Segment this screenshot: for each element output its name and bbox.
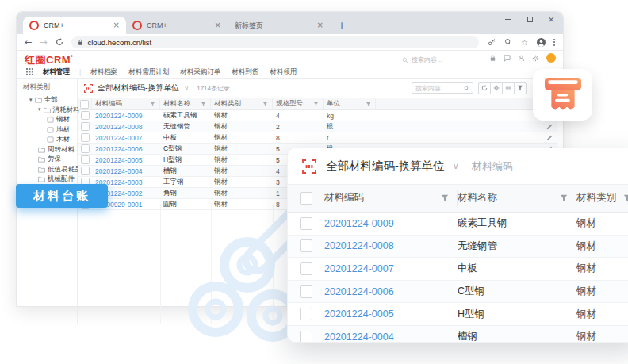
material-code-link[interactable]: 20201224-0009 [95,112,143,120]
lock-icon[interactable] [489,55,496,62]
close-button[interactable]: × [547,15,555,23]
app-nav-item[interactable]: 材料档案 [90,67,117,77]
column-header[interactable]: 材料名称 [458,190,576,206]
filter-funnel-icon[interactable] [201,102,206,107]
material-code-link[interactable]: 20201224-0005 [95,156,143,164]
edit-icon[interactable] [546,135,553,141]
table-row[interactable]: 20201224-0008无缝钢管钢材 [288,236,628,259]
filter-funnel-icon[interactable] [441,194,449,202]
filter-funnel-icon[interactable] [313,102,319,107]
material-code-link[interactable]: 20201224-0006 [324,286,394,297]
chat-icon[interactable] [504,55,511,62]
table-row[interactable]: 20201224-0007中板钢材8t [78,132,557,144]
edit-icon[interactable] [546,124,553,130]
tree-item[interactable]: ▾消耗材料 [17,105,77,116]
filter-funnel-icon[interactable] [366,102,371,107]
minimize-button[interactable] [504,15,512,23]
tree-item[interactable]: 劳保 [17,155,77,165]
maximize-button[interactable] [526,15,534,23]
tree-item[interactable]: 地材 [17,125,77,136]
column-header[interactable]: 单位 [324,98,376,109]
tree-item[interactable]: ▾全部 [17,95,77,105]
material-code-link[interactable]: 20201224-0004 [324,331,394,343]
material-code-link[interactable]: 20201224-0005 [324,308,394,320]
app-nav-item[interactable]: 材料采购订单 [180,67,220,77]
app-nav-item[interactable]: 材料需用计划 [128,67,169,77]
new-tab-button[interactable]: + [338,21,346,30]
browser-tab-2[interactable]: CRM+ × [126,17,228,34]
browser-menu-icon[interactable] [553,39,555,46]
tab-close-icon[interactable]: × [215,21,221,29]
table-row[interactable]: 20201224-0009碳素工具钢钢材 [288,213,628,236]
material-code-link[interactable]: 20201224-0006 [95,145,143,153]
row-checkbox[interactable] [81,155,90,164]
column-header[interactable]: 材料编码 [324,190,458,206]
gear-icon[interactable] [532,55,539,62]
app-search[interactable]: 搜索内容... [402,56,442,64]
reload-icon[interactable] [55,38,63,47]
tree-item[interactable]: 周转材料 [17,145,77,155]
row-checkbox[interactable] [300,192,312,205]
row-checkbox[interactable] [300,239,312,252]
column-header[interactable]: 规格型号 [273,98,324,109]
tree-item[interactable]: 木材 [17,135,77,145]
row-checkbox[interactable] [300,285,312,298]
key-icon[interactable] [487,38,496,47]
browser-tab-active[interactable]: CRM+ × [23,17,126,34]
row-checkbox[interactable] [300,308,312,320]
chevron-down-icon[interactable]: ∨ [184,85,189,92]
material-code-link[interactable]: 20201224-0007 [95,134,143,142]
filter-funnel-icon[interactable] [560,194,568,202]
tree-item[interactable]: 机械配件 [17,174,77,185]
column-header[interactable]: 材料类别 [211,98,273,109]
row-checkbox[interactable] [81,144,90,153]
app-nav-item[interactable]: 材料到货 [232,67,258,77]
back-icon[interactable]: ← [25,38,32,47]
table-search-input[interactable] [415,85,461,92]
bookmark-star-icon[interactable]: ☆ [520,38,529,47]
filter-funnel-icon[interactable] [262,102,268,107]
tree-item[interactable]: 低值易耗品 [17,165,77,175]
table-row[interactable]: 20201224-0004槽钢钢材 [288,326,628,343]
refresh-button[interactable] [478,82,491,94]
material-code-link[interactable]: 20201224-0007 [324,263,394,274]
filter-funnel-icon[interactable] [150,102,155,107]
row-checkbox[interactable] [81,133,90,142]
tab-close-icon[interactable]: × [317,21,324,29]
app-nav-item[interactable]: 材料领用 [270,67,297,77]
table-row[interactable]: 20201224-0006C型钢钢材 [288,281,628,304]
tree-item[interactable]: 钢材 [17,115,77,125]
address-bar[interactable]: cloud.hecom.cn/list [71,36,479,48]
row-checkbox[interactable] [300,217,312,230]
row-checkbox[interactable] [81,111,90,120]
table-row[interactable]: 20201224-0005H型钢钢材 [288,303,628,326]
row-checkbox[interactable] [300,331,312,343]
column-header[interactable]: 材料类别 [576,190,628,206]
material-code-link[interactable]: 20201224-0008 [95,123,143,131]
row-checkbox[interactable] [300,262,312,275]
expand-arrow-icon[interactable]: ▾ [38,107,41,113]
forward-icon[interactable]: → [40,38,47,47]
column-header[interactable]: 材料名称 [160,98,211,109]
row-checkbox[interactable] [80,100,89,109]
expand-arrow-icon[interactable]: ▾ [29,98,33,103]
row-checkbox[interactable] [81,122,90,131]
tab-close-icon[interactable]: × [113,21,120,29]
material-code-link[interactable]: 20201224-0008 [324,240,394,251]
filter-funnel-icon[interactable] [623,194,628,202]
column-header[interactable]: 材料编码 [92,98,160,109]
browser-tab-3[interactable]: 新标签页 × [228,17,330,34]
table-row[interactable]: 20201224-0009碳素工具钢钢材4kg [78,110,557,121]
table-row[interactable]: 20201224-0007中板钢材 [288,258,628,281]
user-avatar[interactable] [546,53,556,63]
zoom-icon[interactable] [504,38,512,47]
settings-button[interactable] [490,82,503,94]
row-checkbox[interactable] [81,167,90,175]
profile-avatar[interactable] [537,38,546,47]
user-icon[interactable] [518,55,525,62]
app-nav-active-item[interactable]: 材料管理 [43,67,70,77]
chevron-down-icon[interactable]: ∨ [453,161,459,171]
list-view-button[interactable] [502,82,515,94]
table-search[interactable] [412,82,473,94]
table-row[interactable]: 20201224-0008无缝钢管钢材2根 [78,121,557,132]
